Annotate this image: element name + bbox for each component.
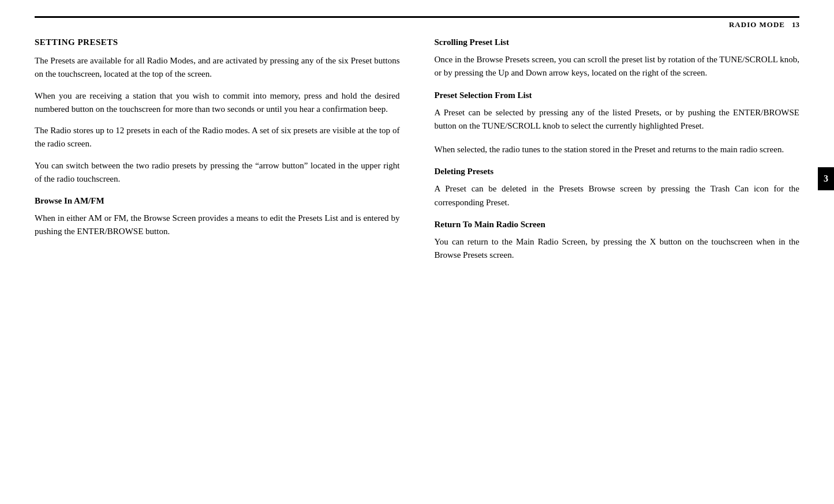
return-main-para: You can return to the Main Radio Screen,…	[435, 235, 800, 262]
deleting-presets-heading: Deleting Presets	[435, 167, 800, 176]
chapter-tab-number: 3	[824, 174, 828, 184]
return-main-heading: Return To Main Radio Screen	[435, 220, 800, 230]
left-para-4: You can switch between the two radio pre…	[35, 159, 400, 186]
browse-am-fm-section: Browse In AM/FM When in either AM or FM,…	[35, 196, 400, 239]
right-column: Scrolling Preset List Once in the Browse…	[429, 37, 800, 481]
header-bar: RADIO MODE 13	[35, 16, 799, 29]
scrolling-preset-section: Scrolling Preset List Once in the Browse…	[435, 37, 800, 80]
scrolling-preset-para: Once in the Browse Presets screen, you c…	[435, 53, 800, 80]
header-page-num: 13	[792, 20, 799, 29]
left-para-2: When you are receiving a station that yo…	[35, 89, 400, 116]
return-main-section: Return To Main Radio Screen You can retu…	[435, 220, 800, 262]
when-selected-para: When selected, the radio tunes to the st…	[435, 143, 800, 156]
setting-presets-heading: SETTING PRESETS	[35, 37, 400, 47]
deleting-presets-section: Deleting Presets A Preset can be deleted…	[435, 167, 800, 209]
left-column: SETTING PRESETS The Presets are availabl…	[35, 37, 406, 481]
setting-presets-section: SETTING PRESETS The Presets are availabl…	[35, 37, 400, 186]
deleting-presets-para: A Preset can be deleted in the Presets B…	[435, 182, 800, 209]
chapter-tab: 3	[818, 167, 834, 190]
header-right: RADIO MODE 13	[729, 20, 799, 29]
page-container: RADIO MODE 13 3 SETTING PRESETS The Pres…	[0, 0, 834, 504]
when-selected-section: When selected, the radio tunes to the st…	[435, 143, 800, 156]
left-para-3: The Radio stores up to 12 presets in eac…	[35, 124, 400, 151]
scrolling-preset-heading: Scrolling Preset List	[435, 37, 800, 47]
preset-selection-section: Preset Selection From List A Preset can …	[435, 91, 800, 133]
header-title: RADIO MODE	[729, 20, 785, 29]
left-para-1: The Presets are available for all Radio …	[35, 54, 400, 81]
content-area: SETTING PRESETS The Presets are availabl…	[35, 37, 799, 481]
preset-selection-para: A Preset can be selected by pressing any…	[435, 106, 800, 133]
browse-am-fm-heading: Browse In AM/FM	[35, 196, 400, 206]
browse-am-fm-para: When in either AM or FM, the Browse Scre…	[35, 212, 400, 239]
preset-selection-heading: Preset Selection From List	[435, 91, 800, 100]
